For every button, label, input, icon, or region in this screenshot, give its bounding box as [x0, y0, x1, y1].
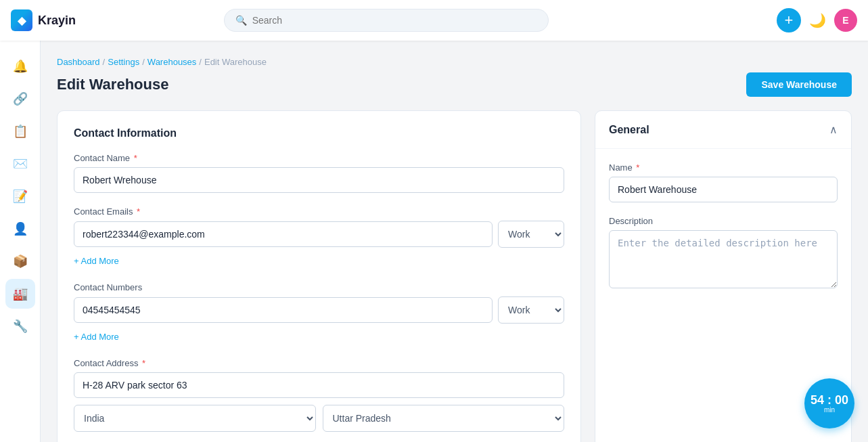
- description-textarea[interactable]: [609, 230, 838, 288]
- timer-display: 54 : 00: [810, 393, 848, 407]
- contact-information-card: Contact Information Contact Name * Conta…: [57, 110, 581, 442]
- notes-icon: 📝: [13, 189, 28, 204]
- calls-icon: 🔔: [13, 59, 28, 74]
- timer-label: min: [824, 406, 835, 414]
- general-header: General ∧: [595, 111, 851, 149]
- contact-emails-group: Contact Emails * Work Personal Other + A…: [74, 206, 564, 269]
- sidebar-item-notes[interactable]: 📝: [5, 181, 35, 211]
- collapse-icon[interactable]: ∧: [829, 123, 838, 136]
- contact-numbers-group: Contact Numbers Work Personal Other + Ad…: [74, 282, 564, 345]
- search-icon: 🔍: [235, 15, 247, 26]
- add-more-email-label: + Add More: [74, 256, 119, 266]
- sidebar: 🔔 🔗 📋 ✉️ 📝 👤 📦 🏭 🔧: [0, 41, 41, 442]
- contact-numbers-label: Contact Numbers: [74, 282, 564, 292]
- contact-name-group: Contact Name *: [74, 153, 564, 193]
- contact-emails-label: Contact Emails *: [74, 206, 564, 217]
- search-bar[interactable]: 🔍: [224, 9, 549, 32]
- sidebar-item-inventory[interactable]: 📦: [5, 246, 35, 276]
- breadcrumb-warehouses[interactable]: Warehouses: [147, 57, 197, 67]
- general-body: Name * Description: [595, 149, 851, 318]
- sidebar-item-calls[interactable]: 🔔: [5, 51, 35, 81]
- email-type-select[interactable]: Work Personal Other: [498, 221, 564, 248]
- contact-information-title: Contact Information: [74, 127, 564, 139]
- breadcrumb-sep-3: /: [199, 57, 202, 67]
- add-button[interactable]: +: [777, 8, 801, 32]
- breadcrumb: Dashboard / Settings / Warehouses / Edit…: [57, 57, 852, 67]
- user-avatar[interactable]: E: [834, 9, 857, 32]
- general-title: General: [609, 124, 649, 136]
- general-description-group: Description: [609, 216, 838, 291]
- dark-mode-toggle[interactable]: 🌙: [809, 12, 826, 28]
- nav-actions: + 🌙 E: [777, 8, 857, 32]
- breadcrumb-dashboard[interactable]: Dashboard: [57, 57, 100, 67]
- search-input[interactable]: [252, 15, 537, 26]
- email-input-row: Work Personal Other: [74, 221, 564, 248]
- sidebar-item-tasks[interactable]: 📋: [5, 116, 35, 146]
- warehouse-icon: 🏭: [13, 286, 28, 301]
- address-grid: India USA UK Uttar Pradesh Maharashtra D…: [74, 372, 564, 432]
- warehouse-name-input[interactable]: [609, 177, 838, 202]
- timer-badge: 54 : 00 min: [804, 378, 854, 428]
- general-name-label: Name *: [609, 162, 838, 173]
- phone-input[interactable]: [74, 297, 493, 323]
- contacts-icon: 🔗: [13, 91, 28, 106]
- main-content: Dashboard / Settings / Warehouses / Edit…: [41, 41, 868, 442]
- mail-icon: ✉️: [13, 156, 28, 171]
- breadcrumb-sep-2: /: [142, 57, 145, 67]
- breadcrumb-sep-1: /: [103, 57, 106, 67]
- logo-icon: ◆: [11, 9, 32, 31]
- sidebar-item-contacts[interactable]: 🔗: [5, 84, 35, 114]
- page-header: Edit Warehouse Save Warehouse: [57, 72, 852, 97]
- address-input[interactable]: [74, 372, 564, 398]
- contact-name-label: Contact Name *: [74, 153, 564, 163]
- add-more-email-button[interactable]: + Add More: [74, 253, 119, 269]
- general-name-group: Name *: [609, 162, 838, 202]
- breadcrumb-settings[interactable]: Settings: [108, 57, 139, 67]
- contact-address-label: Contact Address *: [74, 358, 564, 368]
- save-warehouse-button[interactable]: Save Warehouse: [746, 72, 852, 97]
- contact-address-group: Contact Address * India USA UK Uttar Pra…: [74, 358, 564, 432]
- contact-name-input[interactable]: [74, 167, 564, 193]
- app-name: Krayin: [38, 14, 76, 28]
- tools-icon: 🔧: [13, 319, 28, 334]
- phone-type-select[interactable]: Work Personal Other: [498, 296, 564, 324]
- sidebar-item-mail[interactable]: ✉️: [5, 149, 35, 179]
- add-more-phone-label: + Add More: [74, 332, 119, 342]
- sidebar-item-person[interactable]: 👤: [5, 214, 35, 244]
- add-more-phone-button[interactable]: + Add More: [74, 329, 119, 345]
- app-logo[interactable]: ◆ Krayin: [11, 9, 106, 31]
- top-navigation: ◆ Krayin 🔍 + 🌙 E: [0, 0, 868, 41]
- sidebar-item-warehouse[interactable]: 🏭: [5, 279, 35, 309]
- sidebar-item-tools[interactable]: 🔧: [5, 311, 35, 341]
- phone-input-row: Work Personal Other: [74, 296, 564, 324]
- person-icon: 👤: [13, 221, 28, 236]
- country-select[interactable]: India USA UK: [74, 405, 316, 432]
- tasks-icon: 📋: [13, 124, 28, 139]
- state-select[interactable]: Uttar Pradesh Maharashtra Delhi: [323, 405, 565, 432]
- general-description-label: Description: [609, 216, 838, 226]
- inventory-icon: 📦: [13, 254, 28, 269]
- page-title: Edit Warehouse: [57, 76, 168, 93]
- email-input[interactable]: [74, 221, 493, 247]
- breadcrumb-current: Edit Warehouse: [204, 57, 267, 67]
- content-grid: Contact Information Contact Name * Conta…: [57, 110, 852, 442]
